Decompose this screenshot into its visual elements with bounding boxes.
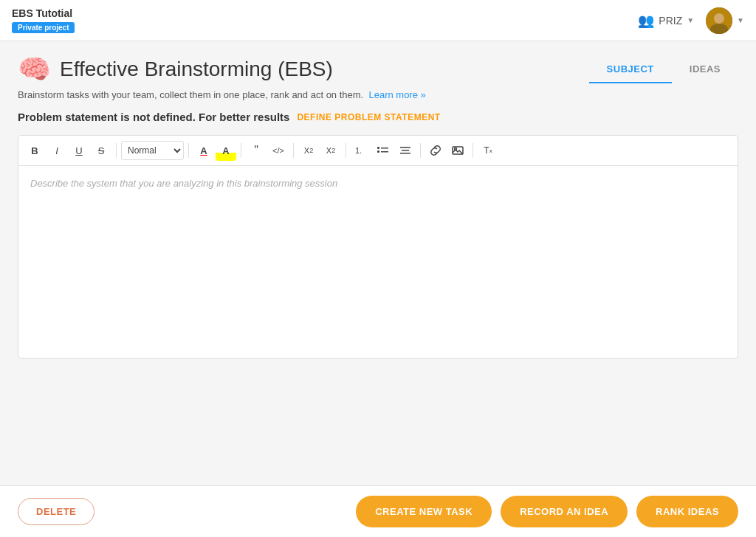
unordered-list-button[interactable]: [373, 140, 394, 161]
svg-rect-10: [400, 153, 410, 154]
app-name: EBS Tutotial: [12, 7, 75, 20]
superscript-button[interactable]: X2: [320, 140, 341, 161]
app-header-row: 🧠 Effective Brainstorming (EBS) SUBJECT …: [18, 56, 738, 83]
align-button[interactable]: [395, 140, 416, 161]
strikethrough-button[interactable]: S: [91, 140, 111, 161]
clear-formatting-button[interactable]: Tx: [478, 140, 498, 161]
avatar: [706, 7, 732, 34]
tabs: SUBJECT IDEAS: [589, 56, 738, 83]
subscript-button[interactable]: X2: [298, 140, 319, 161]
toolbar-divider-4: [293, 143, 294, 158]
svg-point-1: [714, 13, 724, 24]
ordered-list-button[interactable]: 1.: [351, 140, 371, 161]
italic-button[interactable]: I: [47, 140, 67, 161]
private-badge: Private project: [12, 22, 75, 33]
user-dropdown-arrow: ▼: [687, 16, 694, 24]
avatar-dropdown-arrow: ▼: [737, 16, 744, 24]
create-new-task-button[interactable]: CREATE NEW TASK: [356, 496, 492, 527]
toolbar-divider-3: [241, 143, 241, 158]
header-left: EBS Tutotial Private project: [12, 7, 75, 33]
editor-placeholder: Describe the system that you are analyzi…: [30, 178, 337, 189]
bottom-actions: CREATE NEW TASK RECORD AN IDEA RANK IDEA…: [356, 496, 738, 527]
blockquote-button[interactable]: ": [246, 140, 267, 161]
style-select[interactable]: Normal Heading 1 Heading 2: [121, 141, 184, 160]
rank-ideas-button[interactable]: RANK IDEAS: [636, 496, 738, 527]
image-button[interactable]: [447, 140, 468, 161]
font-color-button[interactable]: A: [193, 140, 214, 161]
highlight-button[interactable]: A: [216, 140, 236, 161]
toolbar-divider-5: [346, 143, 346, 158]
code-button[interactable]: </>: [268, 140, 289, 161]
editor-area[interactable]: Describe the system that you are analyzi…: [18, 166, 738, 358]
avatar-menu[interactable]: ▼: [706, 7, 744, 34]
svg-rect-9: [402, 150, 409, 151]
toolbar-divider-1: [116, 143, 117, 158]
team-icon: 👥: [638, 13, 654, 29]
svg-rect-8: [400, 147, 410, 148]
problem-statement-text: Problem statement is not defined. For be…: [18, 111, 289, 123]
bottom-bar: DELETE CREATE NEW TASK RECORD AN IDEA RA…: [0, 485, 756, 537]
toolbar-divider-6: [420, 143, 421, 158]
brain-icon: 🧠: [18, 56, 51, 83]
svg-rect-4: [377, 147, 379, 149]
svg-rect-5: [381, 148, 388, 149]
underline-button[interactable]: U: [69, 140, 89, 161]
record-an-idea-button[interactable]: RECORD AN IDEA: [501, 496, 628, 527]
svg-rect-6: [377, 150, 379, 153]
tab-subject[interactable]: SUBJECT: [589, 56, 672, 83]
delete-button[interactable]: DELETE: [18, 498, 94, 525]
bold-button[interactable]: B: [24, 140, 45, 161]
subtitle: Brainstorm tasks with your team, collect…: [18, 89, 738, 100]
header: EBS Tutotial Private project 👥 PRIZ ▼ ▼: [0, 0, 756, 41]
problem-statement-row: Problem statement is not defined. For be…: [18, 111, 738, 123]
svg-rect-7: [381, 151, 388, 153]
editor-container: B I U S Normal Heading 1 Heading 2 A A "…: [18, 135, 738, 358]
editor-toolbar: B I U S Normal Heading 1 Heading 2 A A "…: [18, 136, 738, 166]
page-title: Effective Brainstorming (EBS): [60, 58, 333, 81]
toolbar-divider-7: [472, 143, 473, 158]
learn-more-link[interactable]: Learn more »: [368, 89, 425, 100]
link-button[interactable]: [425, 140, 446, 161]
user-name: PRIZ: [659, 15, 682, 27]
tab-ideas[interactable]: IDEAS: [672, 56, 738, 83]
app-title-area: 🧠 Effective Brainstorming (EBS): [18, 56, 333, 83]
header-right: 👥 PRIZ ▼ ▼: [638, 7, 744, 34]
define-problem-link[interactable]: DEFINE PROBLEM STATEMENT: [297, 112, 440, 122]
svg-text:1.: 1.: [355, 146, 362, 155]
toolbar-divider-2: [188, 143, 189, 158]
avatar-image: [706, 7, 732, 34]
main-content: 🧠 Effective Brainstorming (EBS) SUBJECT …: [0, 41, 756, 537]
user-menu[interactable]: 👥 PRIZ ▼: [638, 13, 694, 29]
